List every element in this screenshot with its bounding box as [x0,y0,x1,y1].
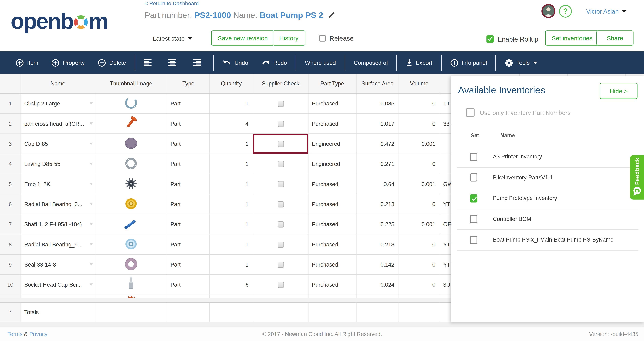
cell-supplier-check[interactable] [253,214,308,234]
cell-supplier-check[interactable] [253,255,308,274]
history-button[interactable]: History [273,30,305,46]
cell-name[interactable]: Emb 1_2K [21,174,95,194]
column-header-part-type[interactable]: Part Type [308,74,356,93]
set-inventories-button[interactable]: Set inventories [545,30,599,46]
cell-part-type[interactable]: Purchased [308,94,356,114]
supplier-checkbox[interactable] [278,262,284,268]
cell-quantity[interactable]: 1 [210,194,253,214]
share-button[interactable]: Share [596,30,634,46]
cell-quantity[interactable]: 1 [210,214,253,234]
hide-panel-button[interactable]: Hide > [600,83,638,99]
user-menu[interactable]: Victor Aslan [586,8,626,15]
inventory-checkbox[interactable] [470,236,477,244]
revision-state-dropdown[interactable]: Latest state [153,35,192,42]
cell-volume[interactable]: 0.001 [399,214,440,234]
cell-type[interactable]: Part [167,214,210,234]
chevron-down-icon[interactable] [90,243,93,246]
cell-surface-area[interactable]: 0.271 [357,154,399,174]
cell-supplier-check[interactable] [253,194,308,214]
cell-volume[interactable]: 0 [399,154,440,174]
supplier-checkbox[interactable] [278,221,284,227]
cell-surface-area[interactable]: 0.64 [357,174,399,194]
cell-name[interactable]: Seal 33-14-8 [21,255,95,274]
cell-volume[interactable]: 0.001 [399,134,440,154]
cell-type[interactable]: Part [167,134,210,154]
toolbar-export[interactable]: Export [399,51,439,74]
cell-name[interactable]: Cap D-85 [21,134,95,154]
help-icon[interactable]: ? [559,5,572,18]
toolbar-where-used[interactable]: Where used [298,51,342,74]
enable-rollup-checkbox[interactable] [486,35,494,43]
chevron-down-icon[interactable] [90,162,93,165]
cell-surface-area[interactable]: 0.225 [357,214,399,234]
cell-supplier-check[interactable] [253,114,308,134]
cell-part-type[interactable]: Purchased [308,214,356,234]
cell-surface-area[interactable]: 0.472 [357,134,399,154]
supplier-checkbox[interactable] [278,161,284,167]
edit-pencil-icon[interactable] [328,12,335,21]
cell-part-type[interactable]: Purchased [308,234,356,254]
cell-supplier-check[interactable] [253,275,308,294]
column-header-supplier-check[interactable]: Supplier Check [253,74,308,93]
cell-name[interactable]: Socket Head Cap Scr... [21,275,95,294]
cell-volume[interactable]: 0 [399,234,440,254]
column-header-type[interactable]: Type [167,74,210,93]
cell-quantity[interactable]: 1 [210,154,253,174]
cell-name[interactable]: Shaft 1_2 F-L95(L-104) [21,214,95,234]
cell-type[interactable]: Part [167,255,210,274]
supplier-checkbox[interactable] [278,201,284,207]
cell-type[interactable]: Part [167,194,210,214]
cell-part-type[interactable]: Purchased [308,255,356,274]
release-checkbox[interactable] [319,35,326,42]
supplier-checkbox[interactable] [278,100,284,106]
cell-name[interactable]: Radial Ball Bearing_6... [21,234,95,254]
cell-quantity[interactable]: 1 [210,234,253,254]
chevron-down-icon[interactable] [90,203,93,205]
column-header-thumbnail-image[interactable]: Thumbnail image [96,74,167,93]
cell-type[interactable]: Part [167,234,210,254]
cell-volume[interactable]: 0 [399,194,440,214]
cell-quantity[interactable]: 4 [210,114,253,134]
chevron-down-icon[interactable] [90,122,93,125]
chevron-down-icon[interactable] [90,223,93,226]
toolbar-align-right[interactable] [186,51,211,74]
chevron-down-icon[interactable] [90,283,93,286]
cell-volume[interactable]: 0 [399,94,440,114]
cell-name[interactable]: pan cross head_ai(CR... [21,114,95,134]
supplier-checkbox[interactable] [278,241,284,248]
cell-quantity[interactable]: 1 [210,94,253,114]
toolbar-undo[interactable]: Undo [216,51,255,74]
inventory-checkbox[interactable] [470,174,477,182]
cell-quantity[interactable]: 1 [210,255,253,274]
cell-volume[interactable]: 0 [399,275,440,294]
cell-surface-area[interactable]: 0.035 [357,94,399,114]
cell-supplier-check[interactable] [253,134,308,154]
inventory-checkbox[interactable] [470,153,477,161]
column-header-surface-area[interactable]: Surface Area [357,74,399,93]
toolbar-align-center[interactable] [162,51,187,74]
cell-type[interactable]: Part [167,275,210,294]
toolbar-align-left[interactable] [137,51,162,74]
cell-quantity[interactable]: 1 [210,174,253,194]
cell-surface-area[interactable]: 0.213 [357,234,399,254]
cell-type[interactable]: Part [167,94,210,114]
supplier-checkbox[interactable] [278,282,284,288]
column-header-name[interactable]: Name [21,74,95,93]
cell-type[interactable]: Part [167,154,210,174]
chevron-down-icon[interactable] [90,183,93,185]
chevron-down-icon[interactable] [90,263,93,266]
inventory-checkbox[interactable] [470,194,477,202]
cell-name[interactable]: Laving D85-55 [21,154,95,174]
supplier-checkbox[interactable] [278,181,284,187]
cell-surface-area[interactable]: 0.213 [357,194,399,214]
supplier-checkbox[interactable] [278,120,284,127]
cell-volume[interactable]: 0 [399,114,440,134]
avatar[interactable] [542,4,555,18]
cell-surface-area[interactable]: 0.142 [357,255,399,274]
cell-volume[interactable]: 0 [399,255,440,274]
cell-part-type[interactable]: Purchased [308,275,356,294]
cell-supplier-check[interactable] [253,234,308,254]
cell-volume[interactable]: 0.001 [399,174,440,194]
column-header-volume[interactable]: Volume [399,74,440,93]
cell-part-type[interactable]: Engineered [308,154,356,174]
